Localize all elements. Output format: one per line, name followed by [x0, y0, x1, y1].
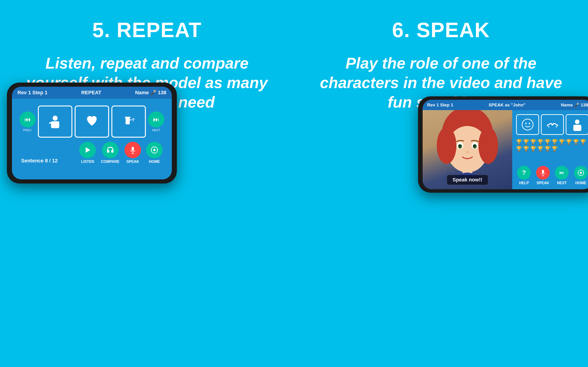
svg-rect-9	[132, 152, 133, 153]
svg-rect-38	[542, 170, 544, 174]
compare-label: COMPARE	[101, 160, 120, 164]
speak2-button[interactable]	[536, 166, 550, 180]
repeat-statusbar: Rev 1 Step 1 REPEAT Name 🎤 138	[12, 87, 172, 99]
card-person[interactable]	[38, 106, 72, 138]
speak-now-badge: Speak now!!	[447, 175, 488, 185]
svg-point-12	[153, 149, 156, 151]
speak-mic-icon	[129, 146, 137, 154]
card-drink[interactable]: ?	[111, 106, 146, 138]
svg-rect-10	[131, 153, 134, 154]
home-label: HOME	[149, 160, 160, 164]
prev-wrap: ⏮ PREV.	[19, 111, 36, 132]
speak-statusbar-center: SPEAK as "John"	[489, 102, 526, 108]
next2-wrap: ⏭ NEXT	[555, 166, 569, 185]
left-section: 5. REPEAT Listen, repeat and compare you…	[0, 0, 294, 367]
repeat-statusbar-right: Name 🎤 138	[135, 90, 166, 96]
trophy-10: 🏆	[580, 139, 586, 145]
svg-rect-39	[543, 175, 543, 175]
speak-statusbar-right: Name 🎤 138	[561, 102, 588, 108]
prev-label: PREV.	[23, 128, 32, 132]
next2-label: NEXT	[557, 181, 567, 185]
speak-button[interactable]	[124, 142, 141, 158]
speak-card-smiley[interactable]	[516, 114, 539, 135]
next-label: NEXT	[152, 128, 160, 132]
svg-point-28	[466, 151, 469, 153]
next-button[interactable]: ⏭	[148, 111, 164, 127]
phone-repeat: Rev 1 Step 1 REPEAT Name 🎤 138 ⏮ PREV.	[7, 83, 177, 184]
svg-point-21	[478, 127, 498, 164]
compare-wrap: COMPARE	[101, 142, 120, 164]
trophy-8: 🏆	[566, 139, 572, 145]
svg-rect-40	[542, 175, 544, 176]
listen-label: LISTEN	[81, 160, 94, 164]
speak-wrap: SPEAK	[124, 142, 141, 164]
svg-line-34	[547, 125, 549, 127]
svg-point-32	[525, 123, 527, 124]
trophy-12: 🏆	[523, 146, 529, 152]
speak2-mic-icon	[539, 169, 547, 176]
trophy-dim-1: 🏆	[544, 146, 551, 152]
home2-label: HOME	[575, 181, 586, 185]
speak-label: SPEAK	[126, 160, 139, 164]
next2-icon: ⏭	[559, 170, 564, 176]
speak-card-handshake[interactable]	[541, 114, 564, 135]
next2-button[interactable]: ⏭	[555, 166, 569, 180]
home-button[interactable]	[146, 142, 163, 158]
heart-icon	[85, 115, 99, 128]
trophy-dim-2: 🏆	[552, 146, 558, 152]
right-section: 6. SPEAK Play the role of one of the cha…	[294, 0, 588, 367]
help-label: HELP	[519, 181, 529, 185]
svg-point-0	[52, 116, 58, 121]
svg-rect-5	[129, 119, 132, 120]
repeat-title: 5. REPEAT	[92, 18, 202, 42]
svg-point-20	[437, 127, 456, 164]
repeat-bottom-controls: Sentence 8 / 12 LISTEN	[17, 138, 167, 166]
card-heart[interactable]	[75, 106, 109, 138]
speak-person-icon	[571, 118, 584, 131]
home2-icon	[577, 169, 585, 176]
trophy-1: 🏆	[516, 139, 522, 145]
prev-button[interactable]: ⏮	[19, 111, 36, 127]
help-wrap: ? HELP	[517, 166, 531, 185]
smiley-icon	[521, 118, 534, 131]
home2-wrap: HOME	[574, 166, 588, 185]
phone-speak-screen: Rev 1 Step 1 SPEAK as "John" Name 🎤 138	[423, 100, 588, 189]
speak2-wrap: SPEAK	[536, 166, 550, 185]
trophy-13: 🏆	[530, 146, 536, 152]
phone-speak: Rev 1 Step 1 SPEAK as "John" Name 🎤 138	[418, 96, 588, 193]
phone-repeat-screen: Rev 1 Step 1 REPEAT Name 🎤 138 ⏮ PREV.	[12, 87, 172, 179]
repeat-statusbar-center: REPEAT	[81, 90, 102, 96]
speak-statusbar-left: Rev 1 Step 1	[427, 102, 453, 108]
listen-button[interactable]	[79, 142, 96, 158]
svg-point-26	[459, 145, 460, 147]
listen-play-icon	[83, 146, 92, 154]
trophy-5: 🏆	[544, 139, 551, 145]
compare-button[interactable]	[102, 142, 119, 158]
home-wrap: HOME	[146, 142, 163, 164]
control-buttons: LISTEN COMPARE	[79, 142, 163, 164]
trophy-11: 🏆	[516, 146, 522, 152]
svg-rect-4	[125, 117, 130, 118]
svg-marker-7	[86, 147, 90, 153]
home2-button[interactable]	[574, 166, 588, 180]
speak-bottom-controls: ? HELP	[515, 166, 588, 187]
next-wrap: ⏭ NEXT	[148, 111, 164, 132]
help-button[interactable]: ?	[517, 166, 531, 180]
trophy-4: 🏆	[537, 139, 544, 145]
next-icon: ⏭	[153, 116, 159, 123]
svg-line-35	[556, 125, 558, 127]
svg-rect-8	[132, 147, 134, 151]
svg-rect-37	[573, 125, 581, 131]
prev-icon: ⏮	[24, 116, 31, 123]
compare-headphones-icon	[106, 146, 114, 154]
handshake-icon	[546, 118, 559, 131]
speak-title: 6. SPEAK	[392, 18, 490, 42]
trophy-9: 🏆	[573, 139, 579, 145]
drink-icon: ?	[122, 115, 136, 128]
svg-point-42	[580, 172, 582, 174]
svg-text:?: ?	[132, 117, 135, 123]
speak-card-person[interactable]	[566, 114, 588, 135]
trophy-14: 🏆	[537, 146, 544, 152]
character-face-svg	[431, 110, 504, 184]
trophy-6: 🏆	[552, 139, 558, 145]
